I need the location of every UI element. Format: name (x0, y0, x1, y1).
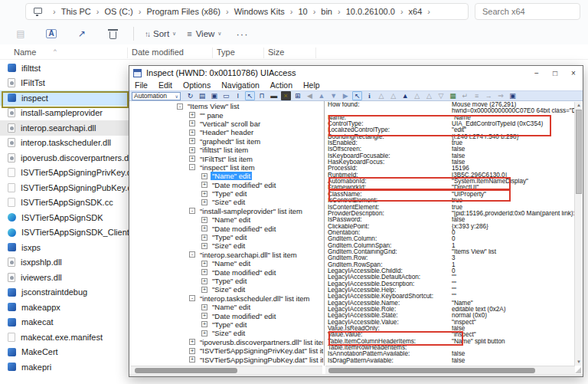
breadcrumb-item[interactable]: 10.0.26100.0 (344, 5, 397, 18)
tree-content-view-icon[interactable]: ▲ (400, 91, 410, 100)
tree-item[interactable]: - "install-sampleprovider" list item (131, 207, 323, 215)
window-snapshot-icon[interactable]: ▣ (209, 91, 219, 100)
watch-cursor-icon[interactable]: ↖ (352, 91, 362, 100)
tree-item[interactable]: + "graphedt" list item (131, 137, 323, 146)
column-separator[interactable] (315, 48, 316, 58)
property-pane-vertical-scrollbar[interactable]: ▲ ▼ (574, 102, 582, 366)
file-row[interactable]: ISVTier5AppSignSDK (0, 210, 129, 225)
tree-item[interactable]: + "ISVTier5AppSigningPubKey.dat" list it… (131, 355, 323, 363)
view-button[interactable]: ≡ View ∨ (187, 25, 221, 42)
tree-expand-toggle-icon[interactable]: + (201, 304, 207, 310)
property-horizontal-scrollbar[interactable] (325, 366, 575, 374)
tree-item[interactable]: + "Type" edit (131, 233, 323, 241)
uia-tree[interactable]: - "Items View" list + "" pane + "Vertica… (131, 102, 323, 366)
delete-button[interactable] (103, 25, 122, 42)
tree-item[interactable]: + "Size" edit (131, 241, 323, 250)
scroll-down-icon[interactable]: ▼ (575, 359, 583, 366)
tree-item[interactable]: - "Items View" list (131, 102, 323, 110)
menu-item[interactable]: File (129, 80, 153, 90)
file-row[interactable]: isxpshlp.dll (0, 255, 129, 271)
inspect-titlebar[interactable]: Inspect (HWND: 0x00110786) UIAccess − □ … (129, 66, 583, 80)
tree-custom-view-icon[interactable]: △ (412, 91, 422, 100)
action-list-icon[interactable]: ≡ (472, 91, 482, 100)
tree-item[interactable]: + "Vertical" scroll bar (131, 120, 323, 128)
tree-expand-toggle-icon[interactable]: - (189, 164, 195, 170)
tree-item[interactable]: + "IFiltTst" list item (131, 154, 323, 162)
expand-all-icon[interactable]: ⊞ (292, 91, 302, 100)
tree-item[interactable]: + "Name" edit (131, 303, 323, 311)
nav-first-child-icon[interactable]: ▶ (341, 91, 351, 100)
file-row[interactable]: ISVTier5AppSignSDK.cc (0, 195, 129, 211)
minimize-button[interactable]: − (528, 67, 546, 80)
tree-item[interactable]: + "Size" edit (131, 329, 323, 337)
column-header-date-modified[interactable]: Date modified (132, 48, 184, 57)
more-options-button[interactable]: ··· (232, 25, 252, 42)
tree-control-view-icon[interactable]: △ (388, 91, 398, 100)
scrollbar-thumb[interactable] (328, 368, 535, 373)
breadcrumb-item[interactable]: bin (318, 5, 335, 18)
tree-item[interactable]: + "Type" edit (131, 189, 323, 198)
action-expand-icon[interactable]: → (484, 91, 494, 100)
pointer-mode-icon[interactable]: ↖ (245, 91, 255, 100)
breadcrumb-item[interactable]: Program Files (x86) (144, 5, 223, 18)
show-highlight-icon[interactable]: ▬ (269, 91, 279, 100)
file-row[interactable]: ISVTier5AppSigningPrivKey.dat (0, 166, 129, 181)
column-separator[interactable] (263, 48, 264, 58)
tree-expand-toggle-icon[interactable]: + (201, 243, 207, 249)
tree-expand-toggle-icon[interactable]: + (189, 348, 195, 354)
ancestry-icon[interactable]: △ (424, 91, 434, 100)
tree-item[interactable]: + "Size" edit (131, 198, 323, 206)
column-header-size[interactable]: Size (268, 48, 284, 57)
tree-expand-toggle-icon[interactable]: + (189, 112, 195, 118)
close-button[interactable]: × (564, 67, 583, 80)
nav-parent-icon[interactable]: ◀ (305, 91, 315, 100)
menu-item[interactable]: Help (298, 80, 325, 90)
breadcrumb-item[interactable]: OS (C:) (102, 5, 135, 18)
descendants-icon[interactable]: ▽ (436, 91, 446, 100)
tree-expand-toggle-icon[interactable]: + (201, 321, 207, 327)
nav-next-sibling-icon[interactable]: ▼ (328, 91, 338, 100)
tree-expand-toggle-icon[interactable]: + (201, 173, 207, 179)
tree-expand-toggle-icon[interactable]: + (189, 120, 195, 126)
file-row[interactable]: makeappx (0, 300, 129, 315)
nav-previous-sibling-icon[interactable]: ▲ (317, 91, 327, 100)
scroll-up-icon[interactable]: ▲ (575, 102, 583, 109)
tree-expand-toggle-icon[interactable]: + (189, 138, 195, 144)
file-row[interactable]: interop.searchapi.dll (0, 120, 129, 136)
tree-item[interactable]: + "Type" edit (131, 277, 323, 285)
tree-item[interactable]: + "Date modified" edit (131, 267, 323, 276)
mode-combobox[interactable]: Automation ∨ (132, 92, 181, 100)
element-info-icon[interactable]: i (364, 91, 374, 100)
tree-expand-toggle-icon[interactable]: + (201, 287, 207, 293)
tree-item[interactable]: - "interop.taskscheduler.dll" list item (131, 294, 323, 303)
tree-expand-toggle-icon[interactable]: + (201, 261, 207, 267)
tree-item[interactable]: - "interop.searchapi.dll" list item (131, 251, 323, 259)
address-bar[interactable]: › This PC › OS (C:) › Program Files (x86… (25, 3, 469, 20)
tree-expand-toggle-icon[interactable]: - (177, 103, 183, 110)
action-collapse-icon[interactable]: ⇒ (495, 91, 505, 100)
file-row[interactable]: MakeCert (0, 345, 129, 360)
tree-item[interactable]: + "Size" edit (131, 285, 323, 294)
property-pane[interactable]: How found:Mouse move (276,291) hwnd=0x00… (325, 102, 576, 366)
hourglass-icon[interactable]: × (281, 91, 291, 100)
file-row[interactable]: makecat (0, 315, 129, 330)
tree-expand-toggle-icon[interactable]: + (201, 217, 207, 223)
tree-expand-toggle-icon[interactable]: + (201, 199, 207, 205)
file-row[interactable]: jsconstraintdebug (0, 285, 129, 300)
tree-item[interactable]: + "" pane (131, 110, 323, 119)
column-separator[interactable] (127, 48, 128, 58)
tree-expand-toggle-icon[interactable]: + (201, 182, 207, 188)
highlight-rectangle-icon[interactable]: ▭ (221, 91, 231, 100)
file-row[interactable]: ISVTier5AppSignSDK_Client (0, 225, 129, 241)
pane-divider[interactable] (324, 101, 325, 366)
tree-item[interactable]: + "ISVTier5AppSigningPrivKey.dat" list i… (131, 346, 323, 355)
column-header-name[interactable]: Name (14, 48, 36, 57)
file-row[interactable]: interop.taskscheduler.dll (0, 136, 129, 151)
tree-expand-toggle-icon[interactable]: + (201, 269, 207, 275)
file-row[interactable]: iviewers.dll (0, 270, 129, 285)
tree-item[interactable]: + "ipoverusb.discoverpartners.dll" list … (131, 338, 323, 346)
text-caret-icon[interactable]: I (233, 91, 243, 100)
breadcrumb-item[interactable]: 10 (296, 5, 309, 18)
breadcrumb-item[interactable]: x64 (407, 5, 425, 18)
share-button[interactable]: ↗ (72, 25, 92, 42)
